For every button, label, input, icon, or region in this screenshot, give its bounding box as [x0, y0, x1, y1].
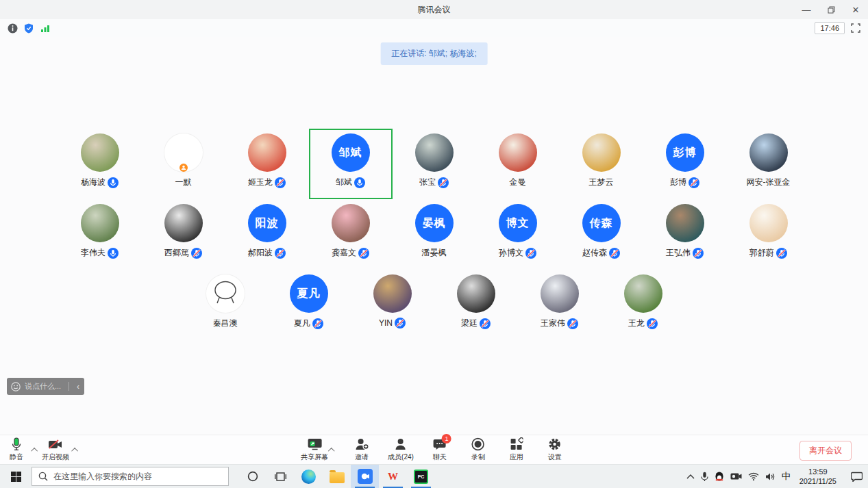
task-view-button[interactable]: [266, 465, 295, 488]
security-shield-icon[interactable]: [23, 23, 34, 34]
close-button[interactable]: ✕: [843, 0, 868, 19]
avatar: [415, 133, 454, 172]
participant-tile[interactable]: 梁廷: [434, 270, 518, 340]
participant-label: 网安-张亚金: [747, 177, 791, 188]
participant-tile[interactable]: 阳波郝阳波: [225, 199, 309, 270]
participant-tile[interactable]: 西郷篤: [142, 199, 225, 270]
participant-tile[interactable]: 杨海波: [58, 129, 142, 199]
participant-name: 龚嘉文: [332, 247, 356, 259]
participant-name: 彭博: [670, 177, 686, 188]
taskbar-search[interactable]: [32, 467, 229, 486]
start-button[interactable]: [0, 465, 32, 488]
search-input[interactable]: [53, 472, 204, 481]
window-titlebar: 腾讯会议 — ✕: [0, 0, 868, 19]
pycharm-app-button[interactable]: PC: [407, 465, 435, 488]
participant-tile[interactable]: 网安-张亚金: [727, 129, 810, 199]
record-button[interactable]: 录制: [466, 437, 491, 462]
action-center-icon[interactable]: [845, 472, 863, 482]
participant-name: 郭舒蔚: [749, 247, 774, 259]
participant-name: 秦昌澳: [213, 318, 238, 329]
taskbar-clock[interactable]: 13:59 2021/11/25: [797, 467, 839, 487]
participant-name: 西郷篤: [164, 247, 189, 259]
participant-tile[interactable]: 王梦云: [560, 129, 643, 199]
avatar: [457, 274, 495, 313]
avatar: 夏凡: [290, 274, 328, 313]
emoji-icon[interactable]: [7, 382, 25, 391]
mic-on-icon: [354, 177, 365, 188]
invite-button[interactable]: 邀请: [349, 437, 374, 462]
avatar: [582, 133, 621, 172]
search-icon: [38, 472, 48, 481]
members-button[interactable]: 成员(24): [388, 437, 414, 462]
network-signal-icon[interactable]: [40, 23, 51, 34]
participant-row: 秦昌澳夏凡夏凡YIN梁廷王家伟王龙: [0, 270, 868, 340]
mute-button[interactable]: 静音: [4, 437, 29, 462]
cortana-button[interactable]: [238, 465, 266, 488]
tray-expand-chevron[interactable]: [686, 474, 695, 479]
ime-indicator[interactable]: 中: [782, 470, 791, 483]
participant-tile[interactable]: 秦昌澳: [184, 270, 267, 340]
participant-label: 秦昌澳: [213, 318, 238, 329]
fullscreen-icon[interactable]: [850, 23, 861, 34]
participant-tile[interactable]: 晏枫潘晏枫: [393, 199, 476, 270]
tray-qq-icon[interactable]: [715, 472, 724, 482]
share-options-caret[interactable]: [327, 447, 334, 454]
mute-options-caret[interactable]: [31, 447, 38, 454]
avatar: [164, 133, 203, 172]
wps-app-button[interactable]: W: [379, 465, 407, 488]
participant-tile[interactable]: 传森赵传森: [560, 199, 643, 270]
participant-tile[interactable]: 博文孙博文: [476, 199, 560, 270]
restore-icon: [828, 6, 835, 14]
mic-muted-icon: [480, 318, 491, 329]
participant-label: 邹斌: [336, 177, 365, 188]
mic-muted-icon: [191, 248, 202, 259]
meeting-info-icon[interactable]: [7, 23, 18, 34]
clock-time: 13:59: [799, 467, 836, 476]
apps-button[interactable]: 应用: [504, 437, 529, 462]
participant-tile-active-speaker[interactable]: 邹斌邹斌: [309, 129, 393, 199]
tray-volume-icon[interactable]: [765, 472, 776, 481]
share-screen-button[interactable]: 共享屏幕: [301, 437, 328, 462]
participant-name: YIN: [379, 318, 393, 328]
avatar: [332, 204, 370, 242]
participant-label: 李伟夫: [81, 247, 119, 259]
mic-muted-icon: [567, 318, 578, 329]
task-view-icon: [275, 472, 286, 482]
participant-label: 王梦云: [589, 177, 614, 188]
participant-tile[interactable]: 李伟夫: [58, 199, 142, 270]
tencent-meeting-app-button[interactable]: [351, 465, 379, 488]
chat-input-placeholder[interactable]: 说点什么...: [25, 381, 66, 391]
settings-button[interactable]: 设置: [543, 437, 567, 462]
chat-button[interactable]: 1 聊天: [427, 437, 452, 462]
minimize-button[interactable]: —: [794, 0, 819, 19]
participant-label: 潘晏枫: [422, 247, 447, 259]
file-explorer-button[interactable]: [323, 465, 351, 488]
start-video-button[interactable]: 开启视频: [42, 437, 69, 462]
participant-tile[interactable]: 郭舒蔚: [727, 199, 810, 270]
apps-label: 应用: [510, 452, 523, 462]
participant-name: 王家伟: [541, 318, 565, 329]
participant-tile[interactable]: 金曼: [476, 129, 560, 199]
participant-tile[interactable]: 夏凡夏凡: [267, 270, 351, 340]
participant-tile[interactable]: 一默: [142, 129, 225, 199]
participant-tile[interactable]: 王龙: [602, 270, 685, 340]
participant-label: 梁廷: [461, 318, 491, 329]
participant-name: 李伟夫: [81, 247, 106, 259]
participant-tile[interactable]: 姬玉龙: [225, 129, 309, 199]
tray-camera-icon[interactable]: [730, 472, 742, 480]
restore-button[interactable]: [819, 0, 843, 19]
participant-tile[interactable]: 王弘伟: [643, 199, 727, 270]
participant-tile[interactable]: 张宝: [393, 129, 476, 199]
video-options-caret[interactable]: [71, 447, 78, 454]
tray-microphone-icon[interactable]: [701, 472, 708, 482]
leave-meeting-button[interactable]: 离开会议: [799, 441, 852, 461]
chat-quick-input[interactable]: 说点什么... ‹: [7, 378, 84, 395]
participant-tile[interactable]: 王家伟: [518, 270, 602, 340]
participant-tile[interactable]: 彭博彭博: [643, 129, 727, 199]
participant-name: 夏凡: [294, 318, 310, 329]
chat-collapse-button[interactable]: ‹: [72, 382, 84, 391]
edge-browser-button[interactable]: [295, 465, 323, 488]
participant-tile[interactable]: 龚嘉文: [309, 199, 393, 270]
tray-wifi-icon[interactable]: [748, 472, 759, 480]
participant-tile[interactable]: YIN: [351, 270, 434, 340]
